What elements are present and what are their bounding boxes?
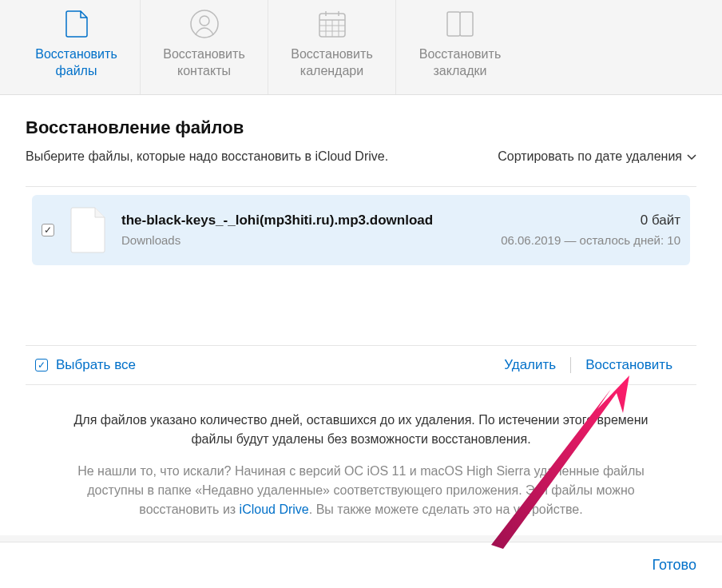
file-meta: 0 байт 06.06.2019 — осталось дней: 10 <box>501 213 680 247</box>
file-list: the-black-keys_-_lohi(mp3hiti.ru).mp3.do… <box>26 186 696 346</box>
file-icon <box>65 10 88 38</box>
select-all-label: Выбрать все <box>56 357 136 373</box>
file-row[interactable]: the-black-keys_-_lohi(mp3hiti.ru).mp3.do… <box>32 195 690 265</box>
file-info: the-black-keys_-_lohi(mp3hiti.ru).mp3.do… <box>121 213 501 247</box>
tab-restore-files[interactable]: Восстановить файлы <box>13 0 141 94</box>
svg-point-1 <box>200 16 209 26</box>
select-all[interactable]: Выбрать все <box>35 357 136 373</box>
tab-restore-contacts[interactable]: Восстановить контакты <box>141 0 268 94</box>
help-text-post: . Вы также можете сделать это на устройс… <box>309 503 583 516</box>
calendar-icon <box>319 10 346 38</box>
svg-point-0 <box>191 10 218 38</box>
help-secondary: Не нашли то, что искали? Начиная с верси… <box>58 462 664 519</box>
tab-restore-calendars[interactable]: Восстановить календари <box>268 0 396 94</box>
action-bar: Выбрать все Удалить Восстановить <box>26 346 696 385</box>
delete-button[interactable]: Удалить <box>490 357 570 373</box>
file-checkbox[interactable] <box>42 224 54 236</box>
file-thumbnail-icon <box>69 206 109 254</box>
subheader: Выберите файлы, которые надо восстановит… <box>26 149 696 164</box>
sort-label: Сортировать по дате удаления <box>498 149 682 164</box>
content-area: Восстановление файлов Выберите файлы, ко… <box>0 95 722 535</box>
select-all-checkbox[interactable] <box>35 359 48 371</box>
file-date: 06.06.2019 — осталось дней: 10 <box>501 233 680 247</box>
done-button[interactable]: Готово <box>652 557 696 574</box>
chevron-down-icon <box>687 149 696 164</box>
contact-icon <box>190 10 219 38</box>
tabs-bar: Восстановить файлы Восстановить контакты… <box>0 0 722 95</box>
tab-label: Восстановить контакты <box>163 46 244 80</box>
tab-restore-bookmarks[interactable]: Восстановить закладки <box>396 0 524 94</box>
action-buttons: Удалить Восстановить <box>490 357 687 373</box>
file-location: Downloads <box>121 233 501 247</box>
file-name: the-black-keys_-_lohi(mp3hiti.ru).mp3.do… <box>121 213 501 228</box>
tab-label: Восстановить календари <box>291 46 372 80</box>
help-primary: Для файлов указано количество дней, оста… <box>58 411 664 449</box>
page-title: Восстановление файлов <box>26 117 696 138</box>
tab-label: Восстановить закладки <box>419 46 501 80</box>
restore-button[interactable]: Восстановить <box>571 357 687 373</box>
footer: Готово <box>0 542 722 588</box>
instruction-text: Выберите файлы, которые надо восстановит… <box>26 149 388 164</box>
bookmark-icon <box>445 10 475 38</box>
file-size: 0 байт <box>501 213 680 228</box>
icloud-drive-link[interactable]: iCloud Drive <box>240 503 309 516</box>
tab-label: Восстановить файлы <box>35 46 117 80</box>
sort-dropdown[interactable]: Сортировать по дате удаления <box>498 149 696 164</box>
help-text: Для файлов указано количество дней, оста… <box>26 385 696 535</box>
